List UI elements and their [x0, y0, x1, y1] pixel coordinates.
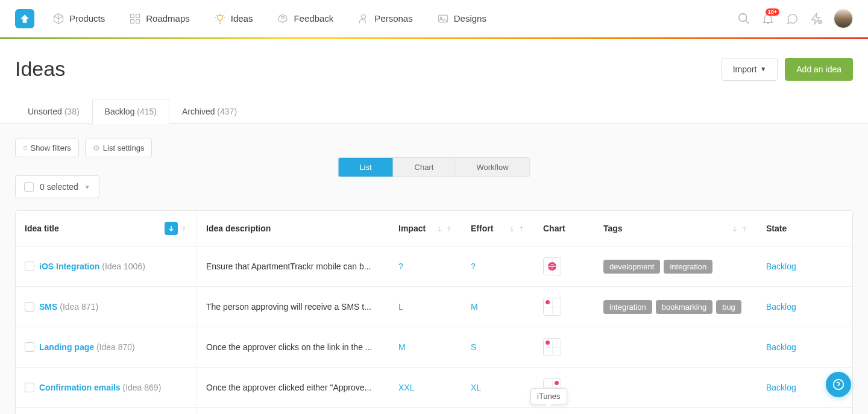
- impact-value[interactable]: XXL: [398, 383, 414, 392]
- sort-controls: [508, 225, 525, 232]
- add-idea-button[interactable]: Add an idea: [785, 58, 853, 81]
- th-title[interactable]: Idea title: [16, 211, 197, 246]
- table-row[interactable]: Confirmation emails (Idea 869)Once the a…: [16, 368, 852, 408]
- table-row[interactable]: iOS Integration (Idea 1006)Ensure that A…: [16, 246, 852, 287]
- list-settings-label: List settings: [103, 143, 145, 152]
- idea-name-link[interactable]: Confirmation emails: [39, 383, 121, 392]
- tab-count: (437): [217, 107, 237, 116]
- sort-down-icon[interactable]: [508, 225, 515, 232]
- import-button[interactable]: Import ▼: [722, 58, 778, 81]
- chart-mini[interactable]: ?: [543, 257, 561, 275]
- th-label: Tags: [603, 224, 623, 233]
- header-actions: Import ▼ Add an idea: [722, 58, 853, 81]
- tab-unsorted[interactable]: Unsorted (38): [15, 99, 92, 124]
- row-checkbox[interactable]: [25, 262, 34, 271]
- top-nav: Products Roadmaps Ideas Feedback Persona…: [0, 0, 868, 37]
- toolbar-left: ≡ Show filters ⚙ List settings: [15, 139, 853, 157]
- effort-value[interactable]: XL: [471, 383, 481, 392]
- nav-feedback[interactable]: Feedback: [277, 13, 333, 25]
- th-tags[interactable]: Tags: [594, 211, 757, 246]
- tag[interactable]: integration: [603, 300, 652, 314]
- cell-impact: XXS: [389, 408, 462, 414]
- chart-mini[interactable]: [543, 338, 561, 356]
- idea-name-link[interactable]: iOS Integration: [39, 262, 99, 271]
- tag[interactable]: bookmarking: [656, 300, 712, 314]
- idea-id: (Idea 871): [60, 302, 98, 312]
- idea-name-link[interactable]: SMS: [39, 302, 57, 312]
- cell-description: Once the approver clicked either "Approv…: [197, 368, 389, 407]
- sort-up-icon[interactable]: [518, 225, 525, 232]
- idea-id: (Idea 870): [96, 342, 135, 352]
- table-row[interactable]: Approval Process (Idea 868)Once the appr…: [16, 408, 852, 414]
- search-icon[interactable]: [737, 12, 750, 25]
- state-link[interactable]: Backlog: [766, 342, 796, 352]
- sort-active-icon[interactable]: [165, 222, 178, 235]
- show-filters-button[interactable]: ≡ Show filters: [15, 139, 79, 157]
- sort-controls: [731, 225, 748, 232]
- state-link[interactable]: Backlog: [766, 383, 796, 392]
- nav-personas[interactable]: Personas: [357, 13, 412, 25]
- svg-point-5: [362, 14, 366, 19]
- list-settings-button[interactable]: ⚙ List settings: [85, 139, 153, 157]
- view-workflow[interactable]: Workflow: [455, 158, 529, 177]
- nav-label: Roadmaps: [146, 13, 190, 24]
- th-chart[interactable]: Chart: [534, 211, 594, 246]
- row-checkbox[interactable]: [25, 342, 34, 352]
- row-checkbox[interactable]: [25, 383, 34, 392]
- help-button[interactable]: [826, 372, 851, 397]
- tag[interactable]: development: [603, 260, 660, 274]
- th-label: Chart: [543, 224, 565, 233]
- image-icon: [437, 13, 449, 25]
- th-label: Idea title: [25, 224, 59, 233]
- avatar[interactable]: [834, 9, 853, 28]
- table-row[interactable]: SMS (Idea 871)The person approving will …: [16, 287, 852, 327]
- chat-icon[interactable]: [785, 12, 799, 25]
- sort-down-icon[interactable]: [731, 225, 738, 232]
- nav-label: Designs: [454, 13, 486, 24]
- sort-up-icon[interactable]: [741, 225, 748, 232]
- effort-value[interactable]: ?: [471, 262, 476, 271]
- sort-down-icon[interactable]: [436, 225, 443, 232]
- selected-dropdown[interactable]: 0 selected ▼: [15, 175, 99, 198]
- effort-value[interactable]: M: [471, 302, 478, 312]
- bell-icon[interactable]: 10+: [761, 12, 775, 25]
- description-text: The person approving will receive a SMS …: [206, 302, 371, 312]
- impact-value[interactable]: M: [398, 342, 406, 352]
- grid-icon: [129, 13, 141, 25]
- bolt-icon[interactable]: [810, 12, 823, 25]
- tab-backlog[interactable]: Backlog (415): [92, 99, 169, 124]
- state-link[interactable]: Backlog: [766, 302, 796, 312]
- view-chart[interactable]: Chart: [394, 158, 456, 177]
- tab-archived[interactable]: Archived (437): [169, 99, 250, 124]
- nav-designs[interactable]: Designs: [437, 13, 486, 25]
- svg-rect-3: [136, 19, 140, 23]
- row-checkbox[interactable]: [25, 302, 34, 312]
- th-description[interactable]: Idea description: [197, 211, 389, 246]
- nav-roadmaps[interactable]: Roadmaps: [129, 13, 190, 25]
- cell-title: Approval Process (Idea 868): [16, 408, 197, 414]
- view-list[interactable]: List: [338, 158, 393, 177]
- tag[interactable]: bug: [716, 300, 741, 314]
- idea-id: (Idea 869): [122, 383, 161, 392]
- sort-up-icon[interactable]: [445, 225, 453, 232]
- chart-mini[interactable]: [543, 298, 561, 316]
- app-logo[interactable]: [15, 9, 34, 28]
- th-effort[interactable]: Effort: [462, 211, 534, 246]
- person-icon: [357, 13, 370, 25]
- impact-value[interactable]: ?: [398, 262, 403, 271]
- description-text: Once the approver clicked either "Approv…: [206, 383, 371, 392]
- th-impact[interactable]: Impact: [389, 211, 462, 246]
- cell-description: Once the approver clicked "Approved" the…: [197, 408, 389, 414]
- add-idea-label: Add an idea: [796, 64, 841, 74]
- sort-up-icon[interactable]: [180, 225, 187, 232]
- checkbox[interactable]: [24, 182, 34, 192]
- nav-ideas[interactable]: Ideas: [214, 13, 253, 25]
- nav-products[interactable]: Products: [52, 13, 105, 25]
- idea-name-link[interactable]: Landing page: [39, 342, 94, 352]
- effort-value[interactable]: S: [471, 342, 476, 352]
- table-row[interactable]: Landing page (Idea 870)Once the approver…: [16, 327, 852, 368]
- tag[interactable]: integration: [664, 260, 712, 274]
- state-link[interactable]: Backlog: [766, 262, 796, 271]
- impact-value[interactable]: L: [398, 302, 403, 312]
- th-state[interactable]: State: [757, 211, 848, 246]
